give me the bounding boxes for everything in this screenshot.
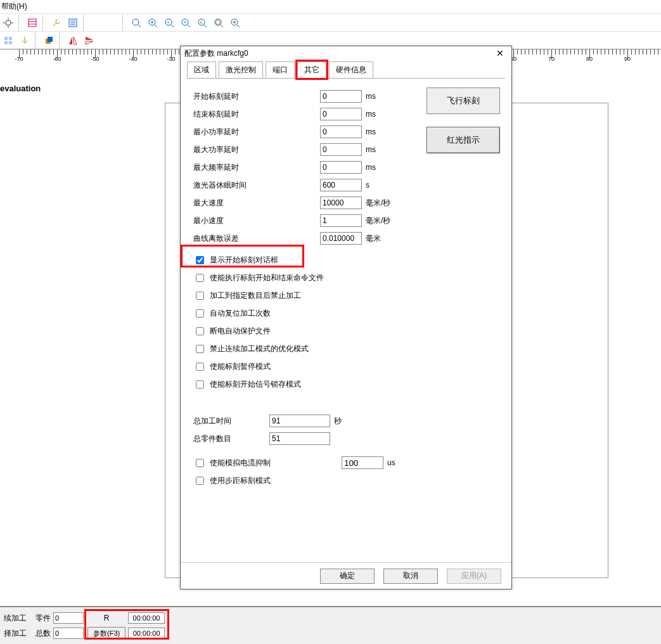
svg-rect-35 xyxy=(4,41,8,44)
start_delay-input[interactable] xyxy=(320,90,362,103)
cont-label: 续加工 xyxy=(4,613,27,624)
zoom-a-icon[interactable]: A xyxy=(194,15,210,31)
start_delay-label: 开始标刻延时 xyxy=(193,91,320,102)
stop_count-label: 加工到指定数目后禁止加工 xyxy=(210,290,301,301)
end_delay-unit: ms xyxy=(366,110,376,119)
total-input[interactable] xyxy=(53,628,84,639)
arrow-down-icon[interactable] xyxy=(16,32,33,49)
max_power-input[interactable] xyxy=(320,143,362,156)
total-time-label: 总加工时间 xyxy=(193,416,269,427)
max_freq-unit: ms xyxy=(366,163,376,172)
fly-mark-button[interactable]: 飞行标刻 xyxy=(427,87,500,114)
svg-rect-33 xyxy=(4,37,8,40)
auto_reset-label: 自动复位加工次数 xyxy=(210,308,271,319)
ruler-tick: 80 xyxy=(586,56,593,62)
svg-line-15 xyxy=(155,25,157,27)
tabs: 区域激光控制端口其它硬件信息 xyxy=(181,60,511,78)
max_power-label: 最大功率延时 xyxy=(193,145,320,155)
total-parts-input[interactable] xyxy=(269,432,330,445)
latch_mode-check[interactable] xyxy=(196,380,204,389)
config-dialog: 配置参数 markcfg0 ✕ 区域激光控制端口其它硬件信息 飞行标刻 红光指示… xyxy=(180,46,512,589)
stop_count-check[interactable] xyxy=(196,292,204,300)
sim-current-unit: us xyxy=(387,458,395,467)
time1: 00:00:00 xyxy=(128,612,165,624)
zoom-icon[interactable] xyxy=(128,15,144,31)
zoom-in-icon[interactable] xyxy=(144,15,161,31)
svg-rect-38 xyxy=(48,37,53,42)
ruler-tick: -40 xyxy=(129,56,137,62)
part-input[interactable] xyxy=(53,612,84,624)
power_protect-label: 断电自动保护文件 xyxy=(210,326,271,337)
show_start-check[interactable] xyxy=(196,256,204,264)
tab-1[interactable]: 激光控制 xyxy=(219,61,263,78)
ok-button[interactable]: 确定 xyxy=(320,569,375,584)
max_freq-input[interactable] xyxy=(320,161,362,174)
svg-point-12 xyxy=(132,19,139,25)
min_power-label: 最小功率延时 xyxy=(193,127,320,138)
menu-help[interactable]: 帮助(H) xyxy=(1,2,27,11)
step-mode-label: 使用步距标刻模式 xyxy=(210,475,271,486)
laser_sleep-label: 激光器休眠时间 xyxy=(193,180,320,191)
svg-point-32 xyxy=(233,21,236,23)
svg-rect-36 xyxy=(9,41,12,44)
tab-0[interactable]: 区域 xyxy=(187,61,216,78)
zoom-target-icon[interactable] xyxy=(227,15,243,31)
tools-icon[interactable] xyxy=(48,15,65,31)
tab-2[interactable]: 端口 xyxy=(266,61,295,78)
enable_cmd-check[interactable] xyxy=(196,274,204,282)
svg-line-13 xyxy=(138,25,141,27)
red-light-button[interactable]: 红光指示 xyxy=(427,127,500,153)
cancel-button[interactable]: 取消 xyxy=(383,569,438,584)
layers-icon[interactable] xyxy=(41,32,57,49)
zoom-q-icon[interactable] xyxy=(210,15,227,31)
part-label: 零件 xyxy=(35,613,51,624)
param-button[interactable]: 参数(F3) xyxy=(87,627,125,640)
hatch-icon[interactable] xyxy=(24,15,41,31)
enable_cmd-label: 使能执行标刻开始和结束命令文件 xyxy=(210,273,324,283)
list-icon[interactable] xyxy=(65,15,81,31)
ruler-tick: -60 xyxy=(53,56,61,62)
max_freq-label: 最大频率延时 xyxy=(193,162,320,173)
max_power-unit: ms xyxy=(366,145,376,154)
curve_err-input[interactable] xyxy=(320,232,362,245)
power_protect-check[interactable] xyxy=(196,327,204,335)
min_speed-input[interactable] xyxy=(320,214,362,227)
max_speed-unit: 毫米/秒 xyxy=(366,198,390,209)
min_speed-label: 最小速度 xyxy=(193,216,320,226)
min_speed-unit: 毫米/秒 xyxy=(366,216,390,226)
r-label: R xyxy=(87,614,125,622)
time2: 00:00:00 xyxy=(128,628,165,639)
grid-icon[interactable] xyxy=(0,32,16,49)
apply-button[interactable]: 应用(A) xyxy=(447,569,501,584)
show_start-label: 显示开始标刻对话框 xyxy=(210,255,278,266)
laser_sleep-input[interactable] xyxy=(320,179,362,191)
max_speed-input[interactable] xyxy=(320,196,362,209)
flip-v-icon[interactable] xyxy=(81,32,98,49)
step-mode-check[interactable] xyxy=(196,477,204,485)
sun-icon[interactable] xyxy=(0,15,16,31)
tab-3[interactable]: 其它 xyxy=(297,61,326,78)
total-time-unit: 秒 xyxy=(334,416,342,427)
tab-4[interactable]: 硬件信息 xyxy=(329,61,373,78)
total-time-input[interactable] xyxy=(269,415,330,427)
no_opt-check[interactable] xyxy=(196,345,204,353)
sim-current-input[interactable] xyxy=(342,456,383,469)
dialog-title: 配置参数 markcfg0 xyxy=(184,48,492,59)
ruler-tick: -30 xyxy=(167,56,175,62)
min_power-input[interactable] xyxy=(320,126,362,138)
zoom-plus-icon[interactable]: + xyxy=(161,15,177,31)
svg-rect-29 xyxy=(216,20,220,24)
pause_mode-check[interactable] xyxy=(196,363,204,371)
end_delay-input[interactable] xyxy=(320,108,362,120)
close-icon[interactable]: ✕ xyxy=(492,48,508,58)
pause_mode-label: 使能标刻暂停模式 xyxy=(210,361,271,372)
min_power-unit: ms xyxy=(366,127,376,136)
total-parts-label: 总零件数目 xyxy=(193,434,269,444)
zoom-out-icon[interactable] xyxy=(177,15,194,31)
auto_reset-check[interactable] xyxy=(196,309,204,318)
flip-h-icon[interactable] xyxy=(65,32,81,49)
sim-current-check[interactable] xyxy=(196,459,204,467)
ruler-tick: -70 xyxy=(15,56,23,62)
bottom-bar: 续加工 零件 择加工 总数 R 00:00:00 参数(F3) 00:00:00 xyxy=(0,606,661,644)
svg-text:A: A xyxy=(200,20,203,25)
